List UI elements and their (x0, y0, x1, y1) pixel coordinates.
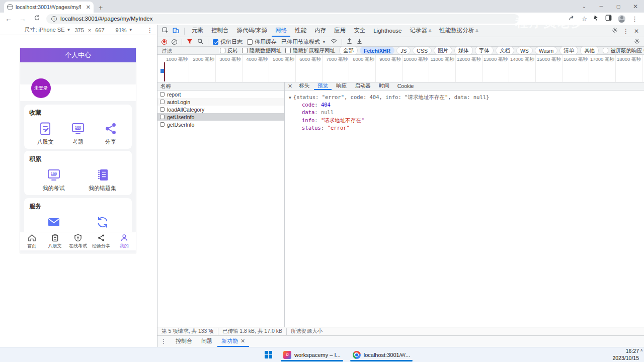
import-har-icon[interactable] (347, 38, 352, 45)
filter-chip-img[interactable]: 图片 (434, 46, 452, 55)
detail-tab-preview[interactable]: 预览 (314, 82, 332, 90)
window-maximize-button[interactable]: ▢ (610, 0, 627, 13)
tab-performance-insights[interactable]: 性能数据分析Δ (436, 25, 481, 37)
zoom-select[interactable]: 91%▼ (116, 27, 133, 33)
browser-menu-icon[interactable]: ⋮ (631, 15, 638, 23)
forward-button[interactable]: → (18, 15, 27, 23)
tab-lighthouse[interactable]: Lighthouse (370, 25, 405, 37)
network-timeline-overview[interactable]: 1000 毫秒 2000 毫秒 3000 毫秒 4000 毫秒 5000 毫秒 … (157, 55, 644, 82)
request-row-report[interactable]: report (157, 90, 284, 98)
request-row-loadallcategory[interactable]: loadAllCategory (157, 106, 284, 113)
tab-essays[interactable]: 八股文 (43, 232, 66, 250)
filter-chip-media[interactable]: 媒体 (454, 46, 473, 55)
request-checkbox[interactable] (160, 100, 165, 104)
start-button[interactable] (261, 347, 276, 362)
drawer-menu-icon[interactable]: ⋮ (160, 338, 167, 345)
filter-chip-font[interactable]: 字体 (475, 46, 494, 55)
filter-input[interactable] (162, 48, 216, 54)
inspect-element-icon[interactable] (162, 27, 169, 35)
tab-sources[interactable]: 源代码/来源 (233, 25, 271, 37)
login-avatar[interactable]: 未登录 (31, 78, 51, 98)
devtools-menu-icon[interactable]: ⋮ (623, 28, 629, 35)
back-button[interactable]: ← (4, 15, 13, 23)
drawer-tab-whats-new[interactable]: 新功能 ✕ (217, 336, 249, 347)
expander-arrow-icon[interactable]: ▼ (289, 95, 291, 101)
filter-chip-other[interactable]: 其他 (580, 46, 599, 55)
tab-security[interactable]: 安全 (350, 25, 369, 37)
detail-tab-initiator[interactable]: 启动器 (351, 82, 374, 90)
hide-data-urls-checkbox[interactable]: 隐藏数据网址 (242, 47, 281, 54)
json-root-row[interactable]: ▼{status: "error", code: 404, info: "请求地… (289, 94, 640, 101)
close-detail-icon[interactable]: ✕ (288, 83, 292, 89)
device-width-field[interactable]: 375 (74, 27, 84, 33)
detail-tab-response[interactable]: 响应 (333, 82, 350, 90)
tab-mine[interactable]: 我的 (113, 232, 136, 250)
tab-memory[interactable]: 内存 (311, 25, 330, 37)
taskbar-app-chrome[interactable]: localhost:3001/#/... (348, 348, 415, 361)
drawer-tab-issues[interactable]: 问题 (197, 336, 216, 347)
extension-cursor-icon[interactable] (593, 15, 599, 23)
tab-search-icon[interactable]: ⌄ (576, 0, 593, 13)
favorites-essays-button[interactable]: 八股文 (29, 122, 62, 146)
tab-online-exam[interactable]: 在线考试 (66, 232, 90, 250)
device-toolbar-toggle-icon[interactable] (173, 27, 179, 35)
device-height-field[interactable]: 667 (95, 27, 104, 33)
window-minimize-button[interactable]: ─ (593, 0, 610, 13)
detail-tab-timing[interactable]: 时间 (375, 82, 393, 90)
tab-application[interactable]: 应用 (331, 25, 349, 37)
tab-recorder[interactable]: 记录器Δ (406, 25, 435, 37)
tab-console[interactable]: 控制台 (208, 25, 232, 37)
drawer-tab-console[interactable]: 控制台 (172, 336, 196, 347)
device-toolbar-menu-icon[interactable]: ⋮ (147, 27, 153, 34)
address-bar[interactable]: i localhost:3001/#/pages/my/MyIndex (46, 14, 519, 24)
filter-chip-js[interactable]: JS (396, 47, 411, 54)
filter-chip-wasm[interactable]: Wasm (535, 47, 557, 54)
request-row-autologin[interactable]: autoLogin (157, 98, 284, 106)
network-conditions-icon[interactable] (331, 39, 337, 45)
devtools-settings-icon[interactable] (612, 27, 618, 35)
filter-chip-manifest[interactable]: 清单 (559, 46, 578, 55)
tab-performance[interactable]: 性能 (291, 25, 310, 37)
tab-close-icon[interactable]: ✕ (86, 4, 91, 11)
profile-avatar[interactable] (618, 15, 625, 23)
taskbar-app-intellij[interactable]: IJ workspacemy – I... (279, 348, 345, 361)
search-icon[interactable] (197, 38, 203, 45)
my-wrong-questions-button[interactable]: 我的错题集 (78, 168, 127, 192)
my-exams-button[interactable]: 100 我的考试 (29, 168, 78, 192)
device-select[interactable]: 尺寸: iPhone SE▼ (24, 26, 70, 34)
request-row-getuserinfo-selected[interactable]: getUserInfo (157, 113, 284, 121)
preserve-log-checkbox[interactable]: 保留日志 (213, 38, 243, 46)
request-checkbox[interactable] (160, 122, 165, 127)
disable-cache-checkbox[interactable]: 停用缓存 (247, 38, 277, 46)
tab-home[interactable]: 首页 (20, 232, 43, 250)
request-row-getuserinfo[interactable]: getUserInfo (157, 121, 284, 128)
tab-elements[interactable]: 元素 (188, 25, 207, 37)
filter-chip-css[interactable]: CSS (413, 47, 432, 54)
invert-checkbox[interactable]: 反转 (220, 47, 238, 54)
taskbar-clock[interactable]: 16:27 2023/10/15 (612, 347, 639, 362)
request-checkbox[interactable] (160, 115, 165, 119)
request-checkbox[interactable] (160, 92, 165, 97)
tab-experience-share[interactable]: 经验分享 (90, 232, 113, 250)
share-icon[interactable] (569, 15, 575, 23)
filter-chip-all[interactable]: 全部 (339, 46, 358, 55)
filter-chip-fetch-xhr[interactable]: Fetch/XHR (360, 47, 394, 54)
new-tab-button[interactable]: + (99, 4, 103, 13)
throttling-select[interactable]: 已停用节流模式▼ (281, 38, 326, 46)
export-har-icon[interactable] (357, 38, 362, 45)
filter-chip-ws[interactable]: WS (516, 47, 533, 54)
hide-extension-urls-checkbox[interactable]: 隐藏扩展程序网址 (285, 47, 335, 54)
clear-network-log-button[interactable] (172, 39, 177, 45)
detail-tab-cookies[interactable]: Cookie (394, 82, 418, 90)
detail-tab-headers[interactable]: 标头 (295, 82, 313, 90)
record-network-log-button[interactable] (162, 39, 167, 45)
filter-funnel-icon[interactable] (187, 39, 193, 45)
tab-network[interactable]: 网络 (272, 25, 290, 37)
filter-chip-doc[interactable]: 文档 (496, 46, 514, 55)
browser-tab[interactable]: localhost:3001/#/pages/my/M ✕ (4, 2, 94, 13)
drawer-tab-close-icon[interactable]: ✕ (240, 338, 245, 344)
site-info-icon[interactable]: i (51, 16, 57, 22)
blocked-cookies-checkbox[interactable]: 被屏蔽的响应 Cookie (603, 47, 644, 54)
window-close-button[interactable]: ✕ (627, 0, 644, 13)
reload-button[interactable] (32, 15, 41, 23)
